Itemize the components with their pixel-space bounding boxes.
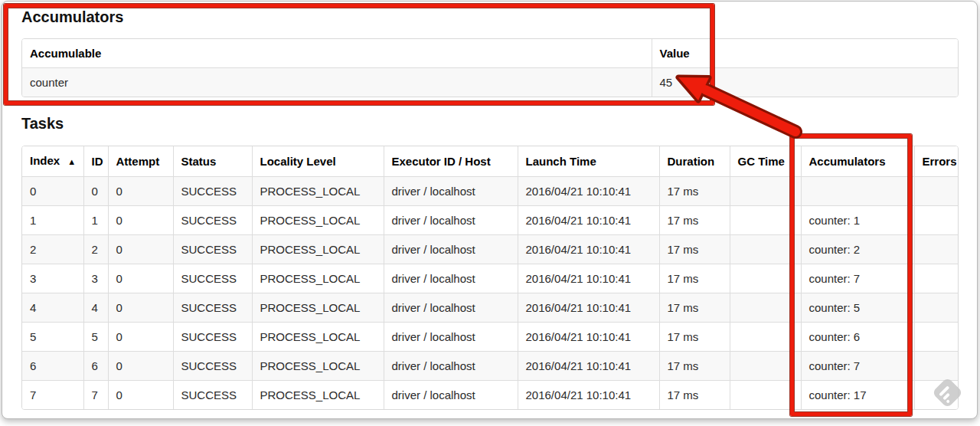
attempt-column-header[interactable]: Attempt — [108, 146, 173, 177]
index-header-label: Index — [30, 154, 60, 167]
status-cell: SUCCESS — [173, 323, 252, 352]
locality-level-cell: PROCESS_LOCAL — [252, 206, 384, 235]
launch-time-cell: 2016/04/21 10:10:41 — [518, 323, 659, 352]
errors-column-header[interactable]: Errors — [914, 146, 959, 177]
accumulable-column-header[interactable]: Accumulable — [22, 39, 652, 68]
id-cell: 6 — [83, 352, 108, 381]
status-cell: SUCCESS — [173, 177, 252, 206]
attempt-cell: 0 — [108, 352, 173, 381]
gc-time-cell — [730, 264, 801, 293]
status-cell: SUCCESS — [173, 206, 252, 235]
launch-time-column-header[interactable]: Launch Time — [518, 146, 659, 177]
index-cell: 1 — [22, 206, 83, 235]
id-cell: 3 — [83, 264, 108, 293]
duration-cell: 17 ms — [659, 323, 730, 352]
accumulable-value-cell: 45 — [652, 68, 959, 97]
attempt-cell: 0 — [108, 206, 173, 235]
index-cell: 6 — [22, 352, 83, 381]
locality-level-cell: PROCESS_LOCAL — [252, 235, 384, 264]
index-column-header[interactable]: Index▲ — [22, 146, 83, 177]
attempt-cell: 0 — [108, 235, 173, 264]
accumulators-cell: counter: 1 — [801, 206, 914, 235]
launch-time-cell: 2016/04/21 10:10:41 — [518, 235, 659, 264]
task-row: 6 6 0 SUCCESS PROCESS_LOCAL driver / loc… — [22, 352, 959, 381]
task-row: 0 0 0 SUCCESS PROCESS_LOCAL driver / loc… — [22, 177, 959, 206]
id-cell: 1 — [83, 206, 108, 235]
id-cell: 5 — [83, 323, 108, 352]
index-cell: 2 — [22, 235, 83, 264]
duration-cell: 17 ms — [659, 293, 730, 323]
executor-id-host-cell: driver / localhost — [384, 206, 518, 235]
executor-id-host-cell: driver / localhost — [384, 323, 518, 352]
gc-time-cell — [730, 323, 801, 352]
index-cell: 3 — [22, 264, 83, 293]
accumulators-section-title: Accumulators — [21, 8, 123, 26]
errors-cell — [914, 206, 959, 235]
executor-id-host-cell: driver / localhost — [384, 264, 518, 293]
task-row: 5 5 0 SUCCESS PROCESS_LOCAL driver / loc… — [22, 323, 959, 352]
accumulators-column-header[interactable]: Accumulators — [801, 146, 914, 177]
task-row: 1 1 0 SUCCESS PROCESS_LOCAL driver / loc… — [22, 206, 959, 235]
gc-time-cell — [730, 206, 801, 235]
executor-id-host-cell: driver / localhost — [384, 293, 518, 323]
task-row: 2 2 0 SUCCESS PROCESS_LOCAL driver / loc… — [22, 235, 959, 264]
errors-cell — [914, 264, 959, 293]
duration-cell: 17 ms — [659, 381, 730, 410]
gc-time-column-header[interactable]: GC Time — [730, 146, 801, 177]
attempt-cell: 0 — [108, 264, 173, 293]
attempt-cell: 0 — [108, 381, 173, 410]
index-cell: 7 — [22, 381, 83, 410]
launch-time-cell: 2016/04/21 10:10:41 — [518, 177, 659, 206]
launch-time-cell: 2016/04/21 10:10:41 — [518, 293, 659, 323]
value-column-header[interactable]: Value — [652, 39, 959, 68]
status-cell: SUCCESS — [173, 235, 252, 264]
launch-time-cell: 2016/04/21 10:10:41 — [518, 206, 659, 235]
task-row: 7 7 0 SUCCESS PROCESS_LOCAL driver / loc… — [22, 381, 959, 410]
id-cell: 0 — [83, 177, 108, 206]
accumulators-cell: counter: 7 — [801, 264, 914, 293]
sort-ascending-icon: ▲ — [67, 157, 76, 166]
accumulators-cell: counter: 6 — [801, 323, 914, 352]
locality-level-cell: PROCESS_LOCAL — [252, 352, 384, 381]
gc-time-cell — [730, 381, 801, 410]
accumulable-name-cell: counter — [22, 68, 652, 97]
errors-cell — [914, 352, 959, 381]
launch-time-cell: 2016/04/21 10:10:41 — [518, 352, 659, 381]
status-column-header[interactable]: Status — [173, 146, 252, 177]
duration-column-header[interactable]: Duration — [659, 146, 730, 177]
id-cell: 7 — [83, 381, 108, 410]
spark-ui-screenshot: Accumulators Accumulable Value counter 4… — [0, 0, 980, 426]
accumulators-cell: counter: 5 — [801, 293, 914, 323]
tasks-section-title: Tasks — [21, 115, 64, 133]
locality-level-cell: PROCESS_LOCAL — [252, 293, 384, 323]
task-row: 4 4 0 SUCCESS PROCESS_LOCAL driver / loc… — [22, 293, 959, 323]
duration-cell: 17 ms — [659, 235, 730, 264]
executor-id-host-cell: driver / localhost — [384, 381, 518, 410]
locality-level-cell: PROCESS_LOCAL — [252, 264, 384, 293]
index-cell: 5 — [22, 323, 83, 352]
launch-time-cell: 2016/04/21 10:10:41 — [518, 264, 659, 293]
duration-cell: 17 ms — [659, 177, 730, 206]
accumulators-cell: counter: 7 — [801, 352, 914, 381]
accumulators-cell — [801, 177, 914, 206]
executor-id-host-column-header[interactable]: Executor ID / Host — [384, 146, 518, 177]
gc-time-cell — [730, 293, 801, 323]
attempt-cell: 0 — [108, 177, 173, 206]
status-cell: SUCCESS — [173, 352, 252, 381]
executor-id-host-cell: driver / localhost — [384, 177, 518, 206]
gc-time-cell — [730, 177, 801, 206]
id-cell: 2 — [83, 235, 108, 264]
errors-cell — [914, 235, 959, 264]
gc-time-cell — [730, 352, 801, 381]
status-cell: SUCCESS — [173, 381, 252, 410]
errors-cell — [914, 293, 959, 323]
accumulators-header-row: Accumulable Value — [22, 39, 959, 68]
executor-id-host-cell: driver / localhost — [384, 235, 518, 264]
accumulators-cell: counter: 2 — [801, 235, 914, 264]
id-column-header[interactable]: ID — [83, 146, 108, 177]
index-cell: 4 — [22, 293, 83, 323]
duration-cell: 17 ms — [659, 264, 730, 293]
locality-level-column-header[interactable]: Locality Level — [252, 146, 384, 177]
status-cell: SUCCESS — [173, 293, 252, 323]
duration-cell: 17 ms — [659, 206, 730, 235]
